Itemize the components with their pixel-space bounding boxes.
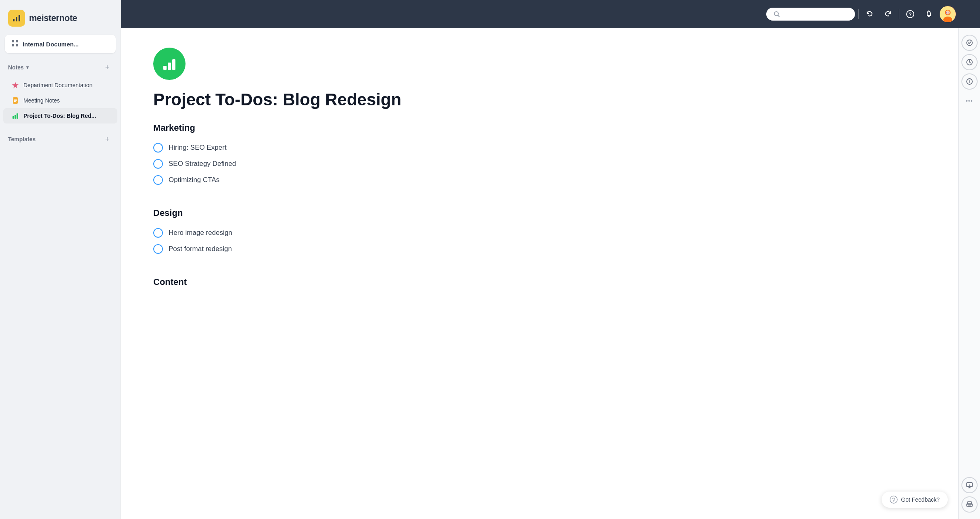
content-area: Project To-Dos: Blog Redesign Marketing … [121,28,980,519]
svg-rect-31 [967,502,972,504]
todo-item: Optimizing CTAs [153,172,452,188]
svg-point-22 [949,12,949,13]
notes-section-title[interactable]: Notes [8,64,29,71]
doc-icon-circle [153,48,186,80]
notes-section-header: Notes + [0,60,121,75]
doc-wrapper: Project To-Dos: Blog Redesign Marketing … [121,28,958,519]
svg-rect-9 [14,100,17,101]
help-icon: ? [906,10,915,19]
meeting-label: Meeting Notes [23,97,60,104]
add-note-button[interactable]: + [102,62,113,73]
top-bar: ? [121,0,980,28]
feedback-label: Got Feedback? [901,496,940,503]
toolbar-divider [858,9,859,19]
svg-point-36 [893,501,894,502]
logo-icon [8,10,25,27]
feedback-button[interactable]: Got Feedback? [882,492,948,508]
workspace-icon [11,40,19,48]
svg-rect-10 [14,101,16,102]
top-bar-actions: ? [766,6,956,22]
more-options-button[interactable]: ••• [961,93,978,109]
todo-checkbox[interactable] [153,175,163,185]
svg-rect-13 [17,113,18,119]
templates-section-header: Templates + [0,132,121,147]
workspace-item[interactable]: Internal Documen... [5,35,116,53]
bell-icon [925,10,933,18]
svg-text:?: ? [909,12,911,17]
dept-label: Department Documentation [23,82,92,88]
section-divider [153,198,452,198]
undo-button[interactable] [862,6,877,22]
doc-title: Project To-Dos: Blog Redesign [153,90,452,110]
todo-text: Hero image redesign [169,229,232,237]
svg-rect-8 [14,99,17,100]
svg-rect-0 [13,19,15,21]
info-button[interactable]: i [961,73,978,90]
svg-text:i: i [969,80,970,84]
section-heading-marketing: Marketing [153,123,452,133]
svg-rect-24 [168,63,171,70]
help-button[interactable]: ? [903,6,918,22]
todo-checkbox[interactable] [153,159,163,169]
todo-item: Post format redesign [153,241,452,257]
todo-list-marketing: Hiring: SEO Expert SEO Strategy Defined … [153,140,452,188]
sidebar-item-project[interactable]: Project To-Dos: Blog Red... [3,108,117,123]
svg-point-21 [946,12,947,13]
avatar[interactable] [940,6,956,22]
history-button[interactable] [961,54,978,70]
todo-text: SEO Strategy Defined [169,160,236,168]
bottom-actions [961,477,978,513]
right-sidebar: i ••• [958,28,980,519]
todo-item: Hero image redesign [153,225,452,241]
todo-checkbox[interactable] [153,143,163,153]
svg-rect-12 [15,115,16,119]
svg-rect-11 [13,116,14,119]
present-button[interactable] [961,477,978,493]
todo-checkbox[interactable] [153,244,163,254]
chart-icon [11,112,19,120]
redo-button[interactable] [880,6,896,22]
toolbar-divider-2 [899,9,899,19]
svg-point-34 [971,504,972,505]
present-icon [966,482,973,488]
svg-rect-1 [16,17,17,21]
svg-rect-23 [163,66,167,70]
undo-icon [865,10,874,18]
doc-icon [11,96,19,105]
todo-checkbox[interactable] [153,228,163,238]
logo-text: meisternote [29,13,77,23]
project-label: Project To-Dos: Blog Red... [23,113,96,119]
todo-list-design: Hero image redesign Post format redesign [153,225,452,257]
templates-section-title[interactable]: Templates [8,136,35,142]
sidebar: meisternote Internal Documen... Notes + … [0,0,121,519]
doc-chart-icon [161,55,178,72]
sidebar-item-dept[interactable]: Department Documentation [3,77,117,93]
doc-icon-header [153,48,452,80]
pin-icon [11,81,19,89]
svg-rect-33 [968,505,971,507]
svg-rect-6 [16,44,18,46]
more-dots: ••• [966,98,973,104]
logo-area: meisternote [0,6,121,35]
check-button[interactable] [961,35,978,51]
search-bar[interactable] [766,8,855,21]
info-icon: i [966,78,973,85]
check-icon [966,40,973,46]
svg-point-35 [890,496,897,503]
svg-rect-25 [172,59,175,70]
doc-content: Project To-Dos: Blog Redesign Marketing … [121,28,484,519]
workspace-label: Internal Documen... [23,41,79,48]
add-template-button[interactable]: + [102,134,113,144]
main-wrapper: ? [121,0,980,519]
section-heading-content: Content [153,277,452,287]
todo-item: SEO Strategy Defined [153,156,452,172]
history-icon [966,59,973,65]
svg-rect-4 [16,40,18,42]
todo-text: Hiring: SEO Expert [169,144,227,152]
svg-rect-5 [12,44,14,46]
todo-text: Optimizing CTAs [169,176,219,184]
sidebar-item-meeting[interactable]: Meeting Notes [3,93,117,108]
search-icon [774,11,780,17]
notifications-button[interactable] [921,6,936,22]
print-button[interactable] [961,496,978,513]
